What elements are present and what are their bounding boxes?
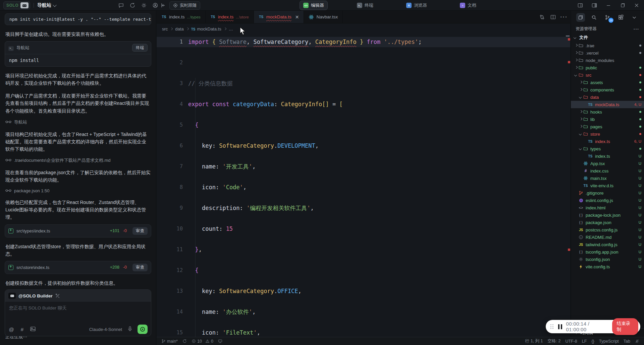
code-line-4[interactable]: 4export const categoryData: CategoryInfo… bbox=[157, 99, 570, 110]
close-button[interactable] bbox=[634, 3, 639, 8]
mode-tab-浏览器[interactable]: ◍浏览器 bbox=[402, 1, 431, 10]
editor-tab-Navbar.tsx[interactable]: Navbar.tsx bbox=[304, 11, 343, 23]
tree-file-vite.config.ts[interactable]: vite.config.tsU bbox=[571, 263, 644, 270]
breadcrumb[interactable]: srcdataTSmockData.ts… bbox=[157, 23, 570, 34]
history-icon[interactable] bbox=[129, 3, 135, 8]
breadcrumb-item[interactable]: TSmockData.ts bbox=[191, 26, 221, 31]
panel-layout-icon[interactable] bbox=[577, 3, 583, 8]
terminal-badge[interactable]: 终端 bbox=[132, 44, 148, 52]
tree-folder-public[interactable]: public bbox=[571, 64, 644, 71]
tree-file-package.json[interactable]: { }package.jsonU bbox=[571, 219, 644, 226]
tree-file-mockData.ts[interactable]: TSmockData.ts4, U bbox=[571, 101, 644, 108]
tool-call-row[interactable]: .trae\documents\企业软件下载站产品需求文档.md bbox=[5, 157, 151, 163]
command-snippet[interactable]: npm init vite-init@latest -y . "--" --te… bbox=[5, 13, 151, 25]
tree-file-tsconfig.app.json[interactable]: { }tsconfig.app.jsonU bbox=[571, 248, 644, 256]
tree-file-App.tsx[interactable]: App.tsxU bbox=[571, 160, 644, 167]
tree-folder-.trae[interactable]: .trae bbox=[571, 42, 644, 49]
overview-ruler[interactable] bbox=[566, 34, 570, 337]
minimize-button[interactable] bbox=[605, 3, 611, 8]
tree-folder-pages[interactable]: pages bbox=[571, 123, 644, 130]
code-line-13[interactable]: 13 key: SoftwareCategory.OFFICE, bbox=[157, 286, 570, 296]
image-attach-icon[interactable] bbox=[30, 327, 36, 332]
mode-tab-文档[interactable]: ≡文档 bbox=[456, 1, 480, 10]
more-actions-icon[interactable]: ··· bbox=[561, 14, 567, 20]
screen-recorder-pill[interactable]: 00:00:14 / 01:00:00 结束录制 bbox=[546, 320, 640, 333]
code-line-15[interactable]: 15 icon: 'FileText', bbox=[157, 328, 570, 337]
file-change-card[interactable]: src\types\index.ts+101-0审查 bbox=[5, 224, 151, 237]
record-stop-button[interactable] bbox=[138, 325, 148, 334]
tree-file-index.css[interactable]: #index.cssU bbox=[571, 167, 644, 175]
close-tab-icon[interactable]: ✕ bbox=[295, 14, 299, 20]
hash-context-icon[interactable]: # bbox=[19, 327, 25, 332]
breadcrumb-item[interactable]: data bbox=[175, 26, 183, 31]
statusbar-item[interactable]: LF bbox=[582, 339, 587, 344]
explorer-more-icon[interactable]: ··· bbox=[634, 27, 639, 31]
statusbar-item[interactable]: 行 1, 列 1 bbox=[525, 338, 543, 344]
tree-file-tsconfig.json[interactable]: tsconfig.jsonU bbox=[571, 256, 644, 263]
code-line-8[interactable]: 8 icon: 'Code', bbox=[157, 182, 570, 193]
tree-folder-components[interactable]: components bbox=[571, 86, 644, 93]
tools-icon[interactable] bbox=[55, 293, 60, 298]
stop-recording-button[interactable]: 结束录制 bbox=[612, 318, 638, 335]
code-line-10[interactable]: 10 count: 15 bbox=[157, 224, 570, 234]
workspace-title[interactable]: 导航站 bbox=[37, 2, 56, 8]
account-icon[interactable] bbox=[152, 3, 158, 8]
mode-tab-终端[interactable]: >_终端 bbox=[353, 1, 377, 10]
review-button[interactable]: 审查 bbox=[132, 227, 148, 235]
tree-folder-node_modules[interactable]: node_modules bbox=[571, 57, 644, 64]
statusbar-item[interactable]: UTF-8 bbox=[565, 339, 577, 344]
pause-recording-button[interactable] bbox=[558, 324, 562, 329]
breadcrumb-item[interactable]: src bbox=[162, 26, 168, 31]
tree-folder-hooks[interactable]: hooks bbox=[571, 108, 644, 116]
tool-call-row[interactable]: package.json 1:50 bbox=[5, 188, 151, 193]
code-line-2[interactable]: 2 bbox=[157, 58, 570, 68]
panel-layout-right-icon[interactable] bbox=[591, 3, 597, 8]
tree-folder-data[interactable]: data bbox=[571, 93, 644, 101]
live-follow-button[interactable]: 实时跟随 bbox=[169, 1, 200, 10]
chevron-down-icon[interactable] bbox=[630, 13, 639, 22]
tree-file-eslint.config.js[interactable]: eslint.config.jsU bbox=[571, 197, 644, 204]
tree-file-vite-env.d.ts[interactable]: TSvite-env.d.tsU bbox=[571, 182, 644, 189]
problems-status[interactable]: 10 0 bbox=[192, 339, 213, 344]
model-selector[interactable]: Claude-4-Sonnet bbox=[89, 327, 122, 332]
file-change-card[interactable]: src\store\index.ts+208-0审查 bbox=[5, 261, 151, 274]
explorer-view-icon[interactable] bbox=[576, 13, 585, 22]
feedback-icon[interactable] bbox=[118, 3, 124, 8]
code-line-1[interactable]: 1import { Software, SoftwareCategory, Ca… bbox=[157, 37, 570, 47]
tree-folder-store[interactable]: store bbox=[571, 130, 644, 138]
code-line-5[interactable]: 5 { bbox=[157, 120, 570, 130]
statusbar-item[interactable]: TypeScript bbox=[599, 339, 619, 344]
editor-tab-index.ts[interactable]: TSindex.ts...\store bbox=[206, 11, 254, 23]
code-line-11[interactable]: 11 }, bbox=[157, 245, 570, 255]
diff-icon[interactable] bbox=[539, 14, 545, 20]
editor-tab-mockData.ts[interactable]: TSmockData.ts✕ bbox=[254, 11, 304, 23]
chat-placeholder[interactable]: 您正在与 SOLO Builder 聊天 bbox=[5, 302, 151, 315]
code-editor[interactable]: 1import { Software, SoftwareCategory, Ca… bbox=[157, 34, 570, 337]
tree-file-index.ts[interactable]: TSindex.tsU bbox=[571, 152, 644, 160]
code-line-12[interactable]: 12 { bbox=[157, 265, 570, 276]
editor-tab-index.ts[interactable]: TSindex.ts...\types bbox=[157, 11, 206, 23]
tree-folder-types[interactable]: types bbox=[571, 145, 644, 152]
split-editor-icon[interactable] bbox=[550, 14, 556, 20]
code-line-7[interactable]: 7 name: '开发工具', bbox=[157, 161, 570, 172]
gear-icon[interactable] bbox=[141, 3, 147, 8]
extensions-icon[interactable] bbox=[616, 13, 625, 22]
search-icon[interactable] bbox=[590, 13, 598, 22]
statusbar-item[interactable]: 空格: 2 bbox=[548, 338, 561, 344]
collapse-left-icon[interactable] bbox=[160, 3, 166, 8]
code-line-9[interactable]: 9 description: '编程开发相关软件工具', bbox=[157, 203, 570, 213]
statusbar-item[interactable]: Tab bbox=[624, 339, 630, 344]
tree-file-index.html[interactable]: <>index.htmlU bbox=[571, 204, 644, 211]
tree-file-.gitignore[interactable]: .gitignoreU bbox=[571, 189, 644, 197]
tool-call-row[interactable]: 导航站 bbox=[5, 119, 151, 125]
tree-folder-.vercel[interactable]: .vercel bbox=[571, 49, 644, 57]
tree-file-tailwind.config.js[interactable]: JStailwind.config.jsU bbox=[571, 241, 644, 248]
tree-folder-lib[interactable]: lib bbox=[571, 116, 644, 123]
review-button[interactable]: 审查 bbox=[132, 264, 148, 271]
code-line-6[interactable]: 6 key: SoftwareCategory.DEVELOPMENT, bbox=[157, 141, 570, 151]
tree-file-main.tsx[interactable]: main.tsxU bbox=[571, 175, 644, 182]
tree-folder-src[interactable]: src bbox=[571, 71, 644, 79]
statusbar-item[interactable]: {} bbox=[591, 339, 594, 344]
git-branch-status[interactable]: main* bbox=[161, 339, 178, 344]
mic-icon[interactable] bbox=[127, 326, 133, 333]
